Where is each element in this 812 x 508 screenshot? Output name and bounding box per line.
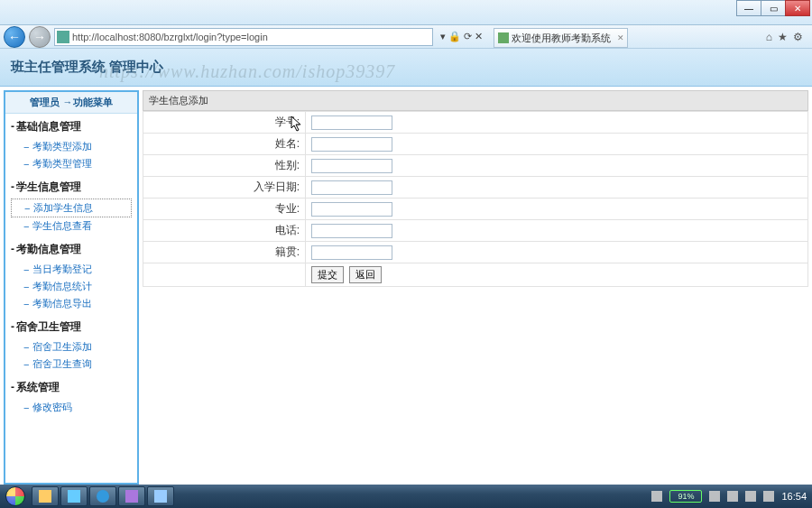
network-icon[interactable] <box>727 491 738 502</box>
sidebar-section-title: 宿舍卫生管理 <box>11 316 132 338</box>
system-tray: 91% 16:54 <box>651 490 812 503</box>
tab-favicon-icon <box>498 32 509 43</box>
home-icon[interactable]: ⌂ <box>766 31 772 43</box>
sidebar-section-title: 基础信息管理 <box>11 115 132 138</box>
sidebar-item[interactable]: 当日考勤登记 <box>11 261 132 278</box>
flag-icon[interactable] <box>763 491 774 502</box>
sidebar-item[interactable]: 学生信息查看 <box>11 217 132 235</box>
sidebar-section-title: 学生信息管理 <box>11 176 132 199</box>
sidebar-item[interactable]: 宿舍卫生查询 <box>11 356 132 373</box>
panel-title: 学生信息添加 <box>143 90 808 111</box>
sidebar-item[interactable]: 添加学生信息 <box>11 199 132 217</box>
back-button[interactable]: 返回 <box>349 266 382 283</box>
taskbar: 91% 16:54 <box>0 485 812 508</box>
form-input[interactable] <box>311 245 392 260</box>
clock[interactable]: 16:54 <box>781 491 807 502</box>
form-input[interactable] <box>311 115 392 130</box>
page-header: 班主任管理系统 管理中心 https://www.huzhan.com/isho… <box>0 49 812 87</box>
student-form: 学号:姓名:性别:入学日期:专业:电话:籍贯:提交返回 <box>143 111 808 287</box>
start-orb-icon <box>5 486 25 506</box>
main-content: 学生信息添加 学号:姓名:性别:入学日期:专业:电话:籍贯:提交返回 <box>143 90 808 485</box>
window-minimize-button[interactable]: — <box>736 0 761 16</box>
app-icon <box>68 490 80 503</box>
task-app-1[interactable] <box>60 486 88 506</box>
form-input[interactable] <box>311 180 392 195</box>
ie-icon <box>97 490 109 503</box>
tab-close-icon[interactable]: ✕ <box>617 33 624 42</box>
form-input[interactable] <box>311 159 392 173</box>
sidebar-item[interactable]: 修改密码 <box>11 399 132 416</box>
submit-button[interactable]: 提交 <box>311 266 344 283</box>
app-icon <box>154 490 167 503</box>
favorites-icon[interactable]: ★ <box>778 31 788 43</box>
nav-forward-button[interactable]: → <box>29 26 51 48</box>
form-label: 电话: <box>143 220 306 242</box>
sidebar-item[interactable]: 宿舍卫生添加 <box>11 338 132 356</box>
page-title: 班主任管理系统 管理中心 <box>11 59 163 76</box>
form-label: 姓名: <box>143 134 306 155</box>
task-explorer[interactable] <box>32 486 59 506</box>
address-input[interactable] <box>72 32 430 42</box>
sidebar-item[interactable]: 考勤类型管理 <box>11 155 132 172</box>
window-close-button[interactable]: ✕ <box>785 0 810 16</box>
volume-icon[interactable] <box>745 491 756 502</box>
window-titlebar: — ▭ ✕ <box>0 0 812 25</box>
form-label: 入学日期: <box>143 177 306 199</box>
site-favicon-icon <box>57 31 69 43</box>
tray-icon[interactable] <box>651 491 662 502</box>
sidebar-item[interactable]: 考勤信息导出 <box>11 295 132 312</box>
form-label: 性别: <box>143 155 306 177</box>
address-bar[interactable] <box>54 28 433 46</box>
settings-icon[interactable]: ⚙ <box>793 31 803 43</box>
sidebar-item[interactable]: 考勤类型添加 <box>11 138 132 155</box>
task-app-2[interactable] <box>118 486 145 506</box>
sidebar: 管理员 →功能菜单 基础信息管理考勤类型添加考勤类型管理学生信息管理添加学生信息… <box>4 90 139 485</box>
form-label: 学号: <box>143 112 306 134</box>
sidebar-section-title: 系统管理 <box>11 376 132 399</box>
browser-tab[interactable]: 欢迎使用教师考勤系统 ✕ <box>494 28 628 48</box>
power-icon[interactable] <box>709 491 720 502</box>
sidebar-section-title: 考勤信息管理 <box>11 238 132 261</box>
sidebar-header: 管理员 →功能菜单 <box>5 92 137 114</box>
form-input[interactable] <box>311 202 392 217</box>
app-icon <box>125 490 138 503</box>
start-button[interactable] <box>0 485 31 508</box>
nav-back-button[interactable]: ← <box>4 26 25 48</box>
form-input[interactable] <box>311 137 392 152</box>
folder-icon <box>39 490 51 503</box>
browser-toolbar: ← → ▾ 🔒 ⟳ ✕ 欢迎使用教师考勤系统 ✕ ⌂ ★ ⚙ <box>0 25 812 49</box>
task-app-3[interactable] <box>147 486 174 506</box>
form-label: 籍贯: <box>143 242 306 263</box>
window-maximize-button[interactable]: ▭ <box>761 0 786 16</box>
battery-indicator[interactable]: 91% <box>669 490 702 503</box>
sidebar-item[interactable]: 考勤信息统计 <box>11 278 132 295</box>
tab-title: 欢迎使用教师考勤系统 <box>512 32 611 45</box>
form-input[interactable] <box>311 224 392 238</box>
form-label: 专业: <box>143 199 306 220</box>
task-ie[interactable] <box>89 486 116 506</box>
address-tools[interactable]: ▾ 🔒 ⟳ ✕ <box>440 31 483 42</box>
